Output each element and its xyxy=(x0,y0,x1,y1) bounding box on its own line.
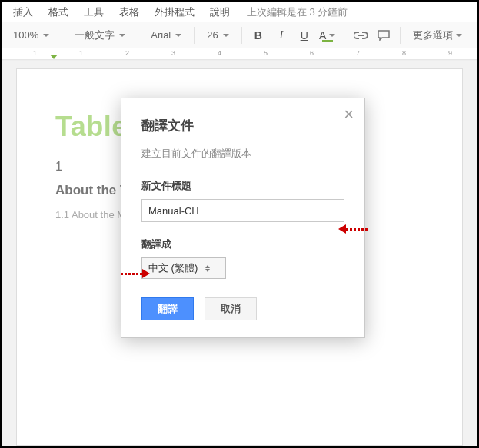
language-value: 中文 (繁體) xyxy=(148,261,198,275)
language-select[interactable]: 中文 (繁體) xyxy=(141,257,226,279)
cancel-button[interactable]: 取消 xyxy=(205,297,257,320)
title-section: 新文件標題 xyxy=(141,179,344,222)
label-new-title: 新文件標題 xyxy=(141,179,344,193)
translate-dialog: × 翻譯文件 建立目前文件的翻譯版本 新文件標題 翻譯成 中文 (繁體) 翻譯 … xyxy=(121,98,365,338)
dialog-scrim: × 翻譯文件 建立目前文件的翻譯版本 新文件標題 翻譯成 中文 (繁體) 翻譯 … xyxy=(2,2,477,446)
close-button[interactable]: × xyxy=(344,106,354,123)
new-title-input[interactable] xyxy=(141,199,344,222)
translate-button[interactable]: 翻譯 xyxy=(141,297,194,320)
close-icon: × xyxy=(344,105,354,124)
language-section: 翻譯成 中文 (繁體) xyxy=(141,237,344,279)
updown-icon xyxy=(205,265,210,272)
label-language: 翻譯成 xyxy=(141,237,344,251)
annotation-arrow xyxy=(338,224,368,234)
dialog-subtitle: 建立目前文件的翻譯版本 xyxy=(141,147,344,161)
dialog-title: 翻譯文件 xyxy=(141,117,344,134)
dialog-buttons: 翻譯 取消 xyxy=(141,297,344,320)
